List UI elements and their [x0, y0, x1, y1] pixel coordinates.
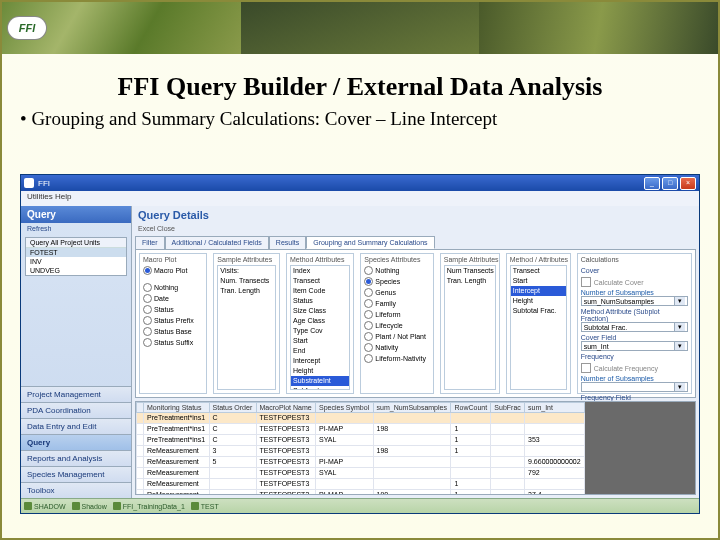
tab-results[interactable]: Results: [269, 236, 306, 249]
refresh-link[interactable]: Refresh: [21, 223, 131, 234]
radio-nothing[interactable]: Nothing: [143, 282, 203, 293]
status-bar: SHADOW Shadow FFI_TrainingData_1 TEST: [21, 498, 699, 513]
calculations-title: Calculations: [581, 256, 688, 263]
table-row[interactable]: ReMeasurement3TESTFOPEST31981: [137, 446, 585, 457]
results-grid: Monitoring StatusStatus OrderMacroPlot N…: [135, 401, 696, 495]
tab-additional-fields[interactable]: Additional / Calculated Fields: [165, 236, 269, 249]
app-title: FFI: [38, 179, 50, 188]
table-row[interactable]: ReMeasurementTESTFOPEST3PI-MAP198137.4: [137, 490, 585, 495]
table-row[interactable]: PreTreatment*ins1CTESTFOPEST3PI-MAP1981: [137, 424, 585, 435]
project-unit-item[interactable]: UNDVEG: [26, 266, 126, 275]
cover-field-label: Cover Field: [581, 334, 688, 341]
sidebar: Query Refresh Query All Project Units FO…: [21, 206, 132, 498]
column-header[interactable]: RowCount: [451, 403, 491, 413]
sample-attributes-list[interactable]: Visits: Num. Transects Tran. Length: [217, 265, 276, 390]
table-row[interactable]: ReMeasurement5TESTFOPEST3PI-MAP9.6600000…: [137, 457, 585, 468]
frequency-field-label: Frequency Field: [581, 394, 688, 401]
method-attr-label: Method Attribute (Subplot Fraction): [581, 308, 688, 322]
slide-title: FFI Query Builder / External Data Analys…: [2, 72, 718, 102]
column-header[interactable]: Status Order: [209, 403, 256, 413]
method-attributes-list[interactable]: Index Transect Item Code Status Size Cla…: [290, 265, 350, 390]
tab-grouping-summary[interactable]: Grouping and Summary Calculations: [306, 236, 434, 249]
menu-bar[interactable]: Utilities Help: [21, 191, 699, 206]
project-unit-item[interactable]: INV: [26, 257, 126, 266]
cover-field-select[interactable]: sum_Int▾: [581, 341, 688, 351]
slide-subtitle: • Grouping and Summary Calculations: Cov…: [20, 108, 718, 130]
radio-status-base[interactable]: Status Base: [143, 326, 203, 337]
radio-genus[interactable]: Genus: [364, 287, 429, 298]
species-attributes-title: Species Attributes: [364, 256, 429, 263]
table-row[interactable]: PreTreatment*ins1CTESTFOPEST3: [137, 413, 585, 424]
method-attr-select[interactable]: Subtotal Frac.▾: [581, 322, 688, 332]
freq-subsamples-label: Number of Subsamples: [581, 375, 688, 382]
radio-family[interactable]: Family: [364, 298, 429, 309]
details-toolbar[interactable]: Excel Close: [132, 224, 699, 233]
sidebar-tab[interactable]: Data Entry and Edit: [21, 418, 131, 434]
method-attributes-title: Method Attributes: [290, 256, 350, 263]
column-header[interactable]: [137, 403, 144, 413]
grid-scroll-gutter: [585, 402, 695, 494]
details-tabstrip: Filter Additional / Calculated Fields Re…: [135, 236, 696, 249]
sidebar-tab[interactable]: Toolbox: [21, 482, 131, 498]
radio-lifecycle[interactable]: Lifecycle: [364, 320, 429, 331]
freq-subsamples-select[interactable]: ▾: [581, 382, 688, 392]
radio-species-nothing[interactable]: Nothing: [364, 265, 429, 276]
ffi-logo: FFI: [8, 17, 46, 39]
column-header[interactable]: SubFrac: [491, 403, 525, 413]
sample-sum-list[interactable]: Num Transects Tran. Length: [444, 265, 496, 390]
sample-attributes-title: Sample Attributes: [217, 256, 276, 263]
column-header[interactable]: MacroPlot Name: [256, 403, 316, 413]
radio-status-prefix[interactable]: Status Prefix: [143, 315, 203, 326]
tab-filter[interactable]: Filter: [135, 236, 165, 249]
calc-cover-check[interactable]: Calculate Cover: [594, 279, 644, 286]
radio-plant-notplant[interactable]: Plant / Not Plant: [364, 331, 429, 342]
taskbar-item[interactable]: FFI_TrainingData_1: [113, 502, 185, 510]
taskbar-item[interactable]: Shadow: [72, 502, 107, 510]
project-unit-item[interactable]: FOTEST: [26, 248, 126, 257]
minimize-button[interactable]: _: [644, 177, 660, 190]
calculations-group: Calculations Cover Calculate Cover Numbe…: [577, 253, 692, 394]
radio-status[interactable]: Status: [143, 304, 203, 315]
method-sum-list[interactable]: Transect Start Intercept Height Subtotal…: [510, 265, 567, 390]
num-subsamples-label: Number of Subsamples: [581, 289, 688, 296]
details-header: Query Details: [132, 206, 699, 224]
header-banner: FFI: [2, 2, 718, 54]
taskbar-item[interactable]: SHADOW: [24, 502, 66, 510]
calc-frequency-check[interactable]: Calculate Frequency: [594, 365, 658, 372]
radio-species[interactable]: Species: [364, 276, 429, 287]
radio-status-suffix[interactable]: Status Suffix: [143, 337, 203, 348]
project-units-header: Query All Project Units: [26, 238, 126, 248]
radio-lifeform-nativity[interactable]: Lifeform-Nativity: [364, 353, 429, 364]
macro-plot-title: Macro Plot: [143, 256, 203, 263]
grouping-panel: Macro Plot Macro Plot Nothing Date Statu…: [135, 249, 696, 398]
maximize-button[interactable]: □: [662, 177, 678, 190]
sample-sum-title: Sample Attributes: [444, 256, 496, 263]
sidebar-tab[interactable]: Reports and Analysis: [21, 450, 131, 466]
column-header[interactable]: Monitoring Status: [144, 403, 210, 413]
radio-date[interactable]: Date: [143, 293, 203, 304]
cover-section-label: Cover: [581, 267, 688, 274]
sidebar-tab[interactable]: Species Management: [21, 466, 131, 482]
sidebar-tab[interactable]: Project Management: [21, 386, 131, 402]
app-icon: [24, 178, 34, 188]
column-header[interactable]: Species Symbol: [316, 403, 374, 413]
method-sum-title: Method / Attributes: [510, 256, 567, 263]
taskbar-item[interactable]: TEST: [191, 502, 219, 510]
column-header[interactable]: sum_NumSubsamples: [373, 403, 451, 413]
table-row[interactable]: PreTreatment*ins1CTESTFOPEST3SYAL1353: [137, 435, 585, 446]
sidebar-section-query: Query: [21, 206, 131, 223]
radio-macro-plot[interactable]: Macro Plot: [143, 265, 203, 276]
app-window: FFI _ □ × Utilities Help Query Refresh Q…: [20, 174, 700, 514]
column-header[interactable]: sum_Int: [525, 403, 585, 413]
radio-nativity[interactable]: Nativity: [364, 342, 429, 353]
radio-lifeform[interactable]: Lifeform: [364, 309, 429, 320]
sidebar-tab-query[interactable]: Query: [21, 434, 131, 450]
table-row[interactable]: ReMeasurementTESTFOPEST3SYAL792: [137, 468, 585, 479]
window-titlebar[interactable]: FFI _ □ ×: [21, 175, 699, 191]
frequency-section-label: Frequency: [581, 353, 688, 360]
table-row[interactable]: ReMeasurementTESTFOPEST31: [137, 479, 585, 490]
close-button[interactable]: ×: [680, 177, 696, 190]
num-subsamples-select[interactable]: sum_NumSubsamples▾: [581, 296, 688, 306]
sidebar-tab[interactable]: PDA Coordination: [21, 402, 131, 418]
query-details-pane: Query Details Excel Close Filter Additio…: [132, 206, 699, 498]
